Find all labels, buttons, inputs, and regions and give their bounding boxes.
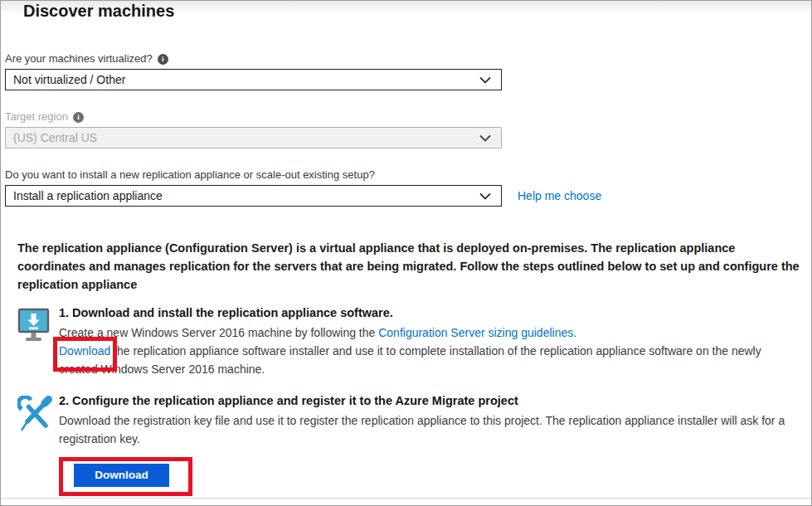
chevron-down-icon — [479, 192, 491, 200]
download-installer-link[interactable]: Download — [59, 344, 110, 358]
field-virtualized: Are your machines virtualized? i Not vir… — [5, 52, 811, 90]
virtualized-dropdown-value: Not virtualized / Other — [13, 73, 125, 86]
appliance-dropdown[interactable]: Install a replication appliance — [5, 185, 502, 207]
intro-paragraph: The replication appliance (Configuration… — [17, 239, 801, 294]
step-1-download-install: 1. Download and install the replication … — [17, 304, 811, 378]
monitor-download-icon — [17, 308, 51, 346]
page-title: Discover machines — [23, 1, 811, 20]
tools-icon — [17, 396, 52, 434]
discover-machines-blade: Discover machines Are your machines virt… — [0, 0, 812, 506]
field-appliance: Do you want to install a new replication… — [5, 168, 811, 207]
target-region-label: Target region i — [5, 110, 811, 124]
form-area: Are your machines virtualized? i Not vir… — [5, 52, 811, 207]
info-icon[interactable]: i — [73, 112, 84, 123]
target-region-dropdown: (US) Central US — [5, 127, 502, 148]
step-1-line-1-text: Create a new Windows Server 2016 machine… — [59, 326, 378, 339]
sizing-guidelines-link[interactable]: Configuration Server sizing guidelines. — [378, 326, 576, 339]
target-region-dropdown-value: (US) Central US — [13, 131, 97, 144]
chevron-down-icon — [479, 134, 491, 142]
step-1-line-2: Download the replication appliance softw… — [59, 342, 790, 378]
step-2-icon-col — [17, 392, 59, 487]
download-button-row: Download — [74, 464, 169, 487]
step-1-body: 1. Download and install the replication … — [59, 304, 811, 378]
info-icon[interactable]: i — [158, 54, 168, 65]
step-1-line-2-text: the replication appliance software insta… — [59, 344, 761, 376]
step-2-heading: 2. Configure the replication appliance a… — [59, 392, 790, 409]
chevron-down-icon — [479, 76, 491, 84]
step-2-configure-register: 2. Configure the replication appliance a… — [17, 392, 811, 487]
step-2-text: Download the registration key file and u… — [59, 411, 790, 448]
appliance-label: Do you want to install a new replication… — [5, 168, 811, 182]
field-target-region: Target region i (US) Central US — [5, 110, 811, 148]
download-link-wrap: Download — [59, 342, 110, 360]
step-1-icon-col — [17, 304, 59, 378]
step-1-line-1: Create a new Windows Server 2016 machine… — [59, 324, 790, 342]
virtualized-label-text: Are your machines virtualized? — [5, 52, 153, 66]
step-1-heading: 1. Download and install the replication … — [59, 304, 790, 321]
virtualized-dropdown[interactable]: Not virtualized / Other — [5, 69, 502, 90]
help-me-choose-link[interactable]: Help me choose — [518, 189, 601, 202]
step-2-body: 2. Configure the replication appliance a… — [59, 392, 811, 487]
appliance-dropdown-value: Install a replication appliance — [13, 189, 163, 202]
virtualized-label: Are your machines virtualized? i — [5, 52, 811, 66]
target-region-label-text: Target region — [5, 110, 68, 124]
appliance-label-text: Do you want to install a new replication… — [5, 168, 375, 182]
download-key-button[interactable]: Download — [74, 464, 169, 487]
